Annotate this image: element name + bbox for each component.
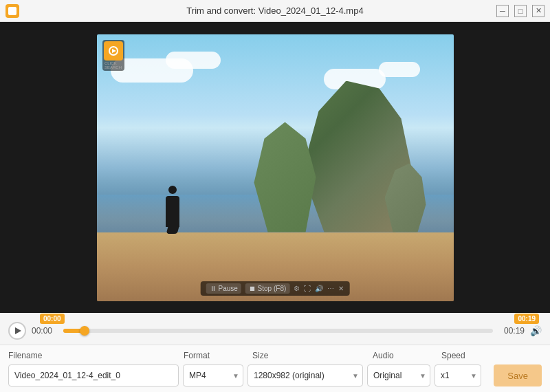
save-button[interactable]: Save [494,364,542,386]
video-overlay-controls: ⏸ Pause ⏹ Stop (F8) ⚙ ⛶ 🔊 ⋯ ✕ [201,281,350,296]
watermark-icon [104,41,123,61]
play-icon [15,327,21,334]
runner-silhouette [166,196,179,227]
cloud-4 [379,62,420,77]
minimize-button[interactable]: ─ [496,5,509,17]
pause-button[interactable]: ⏸ Pause [206,283,241,294]
maximize-button[interactable]: □ [514,5,527,17]
size-select[interactable]: 1280x982 (original) 1920x1080 1280x720 8… [248,364,363,386]
controls-labels: Filename Format Size Audio Speed [8,351,542,360]
format-select[interactable]: MP4 AVI MOV MKV WMV [183,364,243,386]
filename-label: Filename [8,351,184,360]
size-select-wrapper: 1280x982 (original) 1920x1080 1280x720 8… [248,364,363,386]
play-button[interactable] [8,322,26,340]
progress-track[interactable] [63,329,493,333]
format-label: Format [184,351,252,360]
video-preview[interactable]: CLICKSEARCH ⏸ Pause ⏹ Stop (F8) ⚙ ⛶ 🔊 ⋯ … [97,34,454,301]
beach-scene [97,34,454,301]
audio-select[interactable]: Original Mute 128 kbps 192 kbps [367,364,430,386]
settings-icon[interactable]: ⚙ [294,285,300,292]
volume-icon[interactable]: 🔊 [530,325,542,336]
close-overlay-icon[interactable]: ✕ [338,285,344,292]
watermark-text: CLICKSEARCH [104,61,122,69]
svg-marker-1 [112,49,116,53]
filename-input[interactable] [8,364,179,386]
speed-select[interactable]: x0.5 x0.75 x1 x1.25 x1.5 x2 [434,364,481,386]
speed-label: Speed [441,351,542,360]
cloud-2 [166,52,221,69]
audio-select-wrapper: Original Mute 128 kbps 192 kbps ▼ [367,364,430,386]
audio-label: Audio [373,351,441,360]
bottom-controls: Filename Format Size Audio Speed MP4 AVI… [0,345,550,392]
title-bar-controls: ─ □ ✕ [496,5,544,17]
time-current: 00:00 [32,326,58,336]
size-label: Size [252,351,373,360]
title-bar-left [6,4,19,18]
timeline-badge-start: 00:00 [40,314,65,324]
window-title: Trim and convert: Video_2024_01_12-4.mp4 [186,6,363,16]
stop-button[interactable]: ⏹ Stop (F8) [245,283,289,294]
watermark: CLICKSEARCH [102,40,124,71]
title-bar: Trim and convert: Video_2024_01_12-4.mp4… [0,0,550,22]
close-button[interactable]: ✕ [532,5,544,17]
timeline-section: 00:00 00:19 00:00 00:19 🔊 [0,313,550,345]
audio-icon[interactable]: 🔊 [315,285,323,292]
timeline-badge-end: 00:19 [514,314,539,324]
timeline-row: 00:00 00:19 🔊 [8,321,542,340]
format-select-wrapper: MP4 AVI MOV MKV WMV ▼ [183,364,243,386]
fullscreen-icon[interactable]: ⛶ [304,285,311,292]
progress-handle[interactable] [80,326,89,336]
more-icon[interactable]: ⋯ [327,285,334,292]
time-end: 00:19 [498,326,525,336]
controls-inputs: MP4 AVI MOV MKV WMV ▼ 1280x982 (original… [8,364,542,386]
speed-select-wrapper: x0.5 x0.75 x1 x1.25 x1.5 x2 ▼ [434,364,481,386]
app-icon [6,4,19,18]
video-container: CLICKSEARCH ⏸ Pause ⏹ Stop (F8) ⚙ ⛶ 🔊 ⋯ … [0,22,550,313]
